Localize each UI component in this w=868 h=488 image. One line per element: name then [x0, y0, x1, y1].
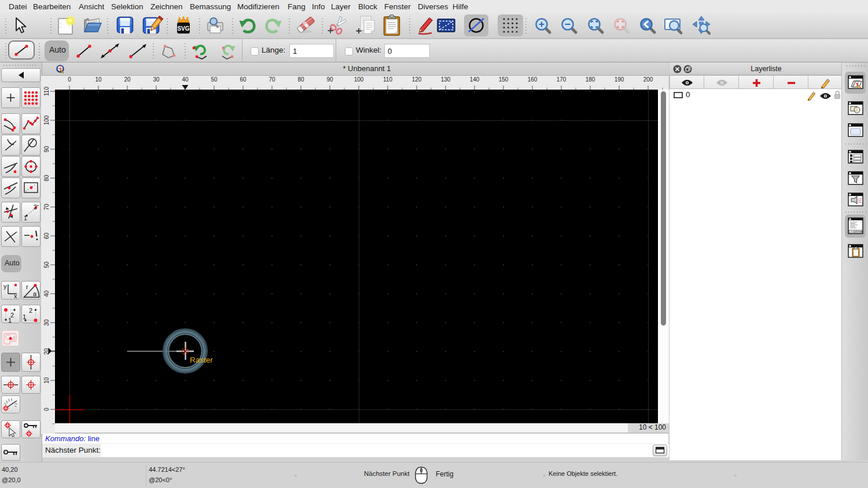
svg-text:50: 50: [43, 261, 50, 268]
svg-text:60: 60: [240, 76, 247, 83]
svg-text:50: 50: [211, 76, 218, 83]
svg-text:y: y: [3, 283, 7, 290]
svg-text:SVG: SVG: [177, 25, 189, 32]
svg-text:a: a: [33, 290, 37, 297]
svg-text:110: 110: [43, 87, 50, 96]
svg-text:x: x: [14, 293, 17, 299]
svg-text:180: 180: [586, 76, 595, 83]
svg-text:20: 20: [124, 76, 131, 83]
svg-text:10: 10: [43, 377, 50, 384]
svg-text:+: +: [36, 203, 39, 208]
svg-text:0: 0: [68, 76, 71, 83]
svg-text:80: 80: [297, 76, 304, 83]
svg-text:100: 100: [43, 115, 50, 125]
svg-text:1: 1: [8, 317, 12, 323]
svg-text:1: 1: [23, 313, 26, 320]
svg-text:0: 0: [43, 408, 50, 411]
svg-text:40: 40: [182, 76, 189, 83]
svg-text:30: 30: [43, 319, 50, 326]
svg-text:170: 170: [557, 76, 567, 83]
svg-text:200: 200: [643, 76, 653, 83]
svg-text:60: 60: [43, 232, 50, 239]
svg-text:70: 70: [269, 76, 275, 83]
svg-text:130: 130: [441, 76, 451, 83]
svg-text:140: 140: [470, 76, 480, 83]
svg-text:80: 80: [43, 175, 50, 182]
svg-text:90: 90: [43, 146, 50, 153]
svg-text:2: 2: [29, 307, 32, 314]
svg-text:r: r: [26, 283, 28, 290]
svg-text:190: 190: [615, 76, 624, 83]
svg-text:100: 100: [354, 76, 364, 83]
svg-text:Raster: Raster: [190, 356, 213, 364]
svg-text:30: 30: [153, 76, 160, 83]
svg-text:110: 110: [383, 76, 392, 83]
svg-text:90: 90: [326, 76, 333, 83]
svg-text:40: 40: [43, 290, 50, 297]
svg-text:10: 10: [95, 76, 102, 83]
svg-text:160: 160: [528, 76, 538, 83]
svg-text:120: 120: [412, 76, 422, 83]
svg-text:150: 150: [499, 76, 509, 83]
svg-text:70: 70: [43, 204, 50, 210]
svg-text:> command: > command: [851, 230, 863, 233]
svg-text:1: 1: [24, 215, 27, 221]
